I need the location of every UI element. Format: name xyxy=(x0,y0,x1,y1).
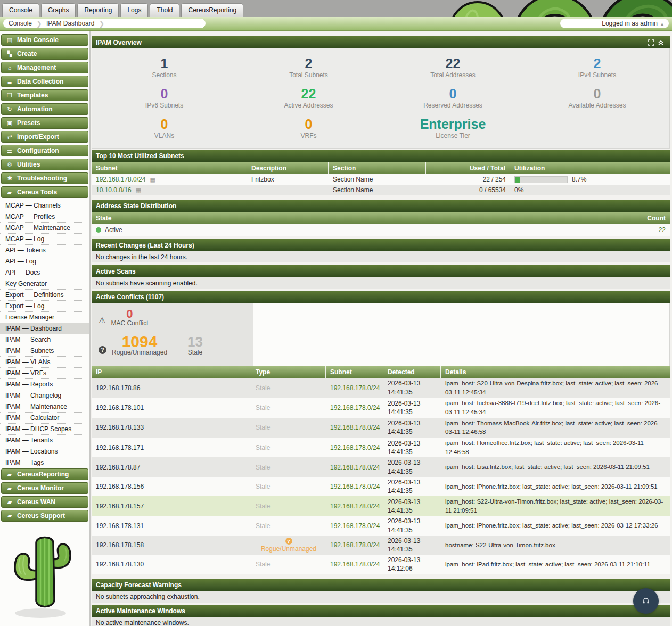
tab-cereusreporting[interactable]: CereusReporting xyxy=(181,3,243,17)
stat-label: Rogue/Unmanaged xyxy=(112,349,167,356)
subnet-link[interactable]: 192.168.178.0/24 xyxy=(330,503,379,510)
sidebar-item-export-definitions[interactable]: Export — Definitions xyxy=(0,290,89,301)
subnet-cell: 10.10.0.0/16▦ xyxy=(92,186,247,194)
sidebar-item-ipam-calculator[interactable]: IPAM — Calculator xyxy=(0,413,89,424)
sidebar-item-ipam-changelog[interactable]: IPAM — Changelog xyxy=(0,390,89,401)
sidebar-section-presets[interactable]: ▣Presets xyxy=(1,117,88,129)
sidebar-item-mcap-channels[interactable]: MCAP — Channels xyxy=(0,200,89,211)
sidebar-item-ipam-reports[interactable]: IPAM — Reports xyxy=(0,379,89,390)
stat-label: Sections xyxy=(92,71,236,79)
fullscreen-icon[interactable] xyxy=(646,39,656,46)
tab-reporting[interactable]: Reporting xyxy=(77,3,119,17)
conflict-row: 192.168.178.101Stale192.168.178.0/242026… xyxy=(92,398,670,417)
tab-logs[interactable]: Logs xyxy=(120,3,148,17)
type-cell: Stale xyxy=(251,457,326,476)
question-icon: ? xyxy=(99,346,106,354)
sidebar-section-cereus-monitor[interactable]: ▰Cereus Monitor xyxy=(1,482,88,494)
sidebar-section-label: Templates xyxy=(17,92,48,99)
sidebar-section-management[interactable]: ⌂Management xyxy=(1,62,88,73)
stat-label: Total Addresses xyxy=(381,71,525,79)
ip-cell: 192.168.178.157 xyxy=(92,496,251,516)
collapse-icon[interactable] xyxy=(656,39,666,46)
conflicts-stats-box: ⚠0MAC Conflict?1094Rogue/Unmanaged13Stal… xyxy=(92,303,253,366)
sidebar-item-ipam-vrfs[interactable]: IPAM — VRFs xyxy=(0,368,89,379)
sidebar-item-ipam-search[interactable]: IPAM — Search xyxy=(0,334,89,345)
sidebar-section-import-export[interactable]: ⇄Import/Export xyxy=(1,131,88,143)
sidebar-item-ipam-dashboard[interactable]: IPAM — Dashboard xyxy=(0,323,89,334)
grid-icon[interactable]: ▦ xyxy=(136,187,141,194)
sidebar-item-ipam-maintenance[interactable]: IPAM — Maintenance xyxy=(0,401,89,413)
details-cell: ipam_host: iPhone.fritz.box; last_state:… xyxy=(441,477,670,496)
breadcrumb-item[interactable]: Console xyxy=(9,20,32,27)
sidebar-item-ipam-tags[interactable]: IPAM — Tags xyxy=(0,457,89,468)
sidebar-item-ipam-locations[interactable]: IPAM — Locations xyxy=(0,446,89,457)
sidebar-section-create[interactable]: ▚Create xyxy=(1,48,88,60)
tab-graphs[interactable]: Graphs xyxy=(41,3,76,17)
sidebar-section-utilities[interactable]: ⚙Utilities xyxy=(1,159,88,170)
sidebar-section-templates[interactable]: ❐Templates xyxy=(1,89,88,101)
stat-value: 13 xyxy=(187,336,203,348)
sidebar-item-api-docs[interactable]: API — Docs xyxy=(0,267,89,278)
detected-date: 2026-03-13 xyxy=(388,498,437,506)
maintenance-empty: No active maintenance windows. xyxy=(92,617,670,626)
subnet-link[interactable]: 192.168.178.0/24 xyxy=(330,561,379,568)
sidebar-section-main-console[interactable]: ▤Main Console xyxy=(1,34,88,46)
table-row: Active22 xyxy=(92,224,670,236)
subnet-link[interactable]: 192.168.178.0/24 xyxy=(330,541,379,549)
sidebar-item-api-tokens[interactable]: API — Tokens xyxy=(0,245,89,256)
subnet-link[interactable]: 192.168.178.0/24 xyxy=(330,404,379,411)
sidebar-section-cereus-wan[interactable]: ▰Cereus WAN xyxy=(1,496,88,508)
subnet-link[interactable]: 192.168.178.0/24 xyxy=(330,424,379,431)
sidebar-item-ipam-subnets[interactable]: IPAM — Subnets xyxy=(0,345,89,357)
overview-stats: 1Sections2Total Subnets22Total Addresses… xyxy=(92,48,670,149)
sidebar-item-mcap-profiles[interactable]: MCAP — Profiles xyxy=(0,211,89,223)
tab-thold[interactable]: Thold xyxy=(150,3,179,17)
breadcrumb-item[interactable]: IPAM Dashboard xyxy=(46,20,95,27)
sidebar-section-cereus-tools[interactable]: ▰Cereus Tools xyxy=(1,186,88,198)
sidebar-item-license-manager[interactable]: License Manager xyxy=(0,312,89,323)
support-button[interactable] xyxy=(633,588,659,614)
subnet-link[interactable]: 192.168.178.0/24 xyxy=(330,522,379,530)
column-header-used-total: Used / Total xyxy=(426,162,510,174)
sidebar-section-automation[interactable]: ↻Automation xyxy=(1,103,88,115)
sidebar-item-mcap-maintenance[interactable]: MCAP — Maintenance xyxy=(0,223,89,234)
subnet-link[interactable]: 10.10.0.0/16 xyxy=(96,186,132,194)
table-row: 192.168.178.0/24▦FritzboxSection Name22 … xyxy=(92,174,670,185)
sidebar-item-ipam-vlans[interactable]: IPAM — VLANs xyxy=(0,357,89,368)
sidebar-section-cereus-support[interactable]: ▰Cereus Support xyxy=(1,510,88,522)
sidebar-section-troubleshooting[interactable]: ✱Troubleshooting xyxy=(1,172,88,184)
sidebar-item-ipam-tenants[interactable]: IPAM — Tenants xyxy=(0,435,89,446)
type-label: Stale xyxy=(256,404,322,411)
subnet-cell: 192.168.178.0/24 xyxy=(326,418,383,438)
sidebar-item-key-generator[interactable]: Key Generator xyxy=(0,278,89,290)
tab-console[interactable]: Console xyxy=(2,3,39,17)
subnet-link[interactable]: 192.168.178.0/24 xyxy=(330,483,379,490)
sidebar-item-mcap-log[interactable]: MCAP — Log xyxy=(0,234,89,245)
grid-icon[interactable]: ▦ xyxy=(150,176,155,183)
section-header-active-scans: Active Scans xyxy=(92,265,670,277)
detected-time: 14:41:35 xyxy=(388,388,437,397)
sidebar-item-export-log[interactable]: Export — Log xyxy=(0,301,89,312)
details-text: ipam_host: Homeoffice.fritz.box; last_st… xyxy=(445,439,666,456)
sidebar-item-ipam-dhcp-scopes[interactable]: IPAM — DHCP Scopes xyxy=(0,424,89,435)
sidebar-item-api-log[interactable]: API — Log xyxy=(0,256,89,267)
section-title: Active Scans xyxy=(96,268,136,275)
section-header-recent-changes: Recent Changes (Last 24 Hours) xyxy=(92,239,670,251)
sidebar-section-configuration[interactable]: ☰Configuration xyxy=(1,145,88,156)
stat-label: Total Subnets xyxy=(236,71,381,79)
state-cell: Active xyxy=(92,226,440,234)
logged-in-button[interactable]: Logged in as admin ▴ xyxy=(560,19,669,28)
utilization-bar-fill xyxy=(515,177,520,183)
subnet-link[interactable]: 192.168.178.0/24 xyxy=(330,384,379,392)
overview-stat-sections: 1Sections xyxy=(92,57,236,79)
detected-cell: 2026-03-1314:41:35 xyxy=(383,516,441,535)
sidebar-section-cereusreporting[interactable]: ▰CereusReporting xyxy=(1,468,88,480)
subnet-link[interactable]: 192.168.178.0/24 xyxy=(330,444,379,451)
stat-value: 0 xyxy=(236,118,381,131)
ip-cell: 192.168.178.158 xyxy=(92,536,251,555)
subnet-link[interactable]: 192.168.178.0/24 xyxy=(330,464,379,471)
sidebar-section-label: Automation xyxy=(17,105,53,113)
column-header-type: Type xyxy=(251,366,326,378)
subnet-link[interactable]: 192.168.178.0/24 xyxy=(96,176,145,183)
sidebar-section-data-collection[interactable]: ≣Data Collection xyxy=(1,76,88,87)
